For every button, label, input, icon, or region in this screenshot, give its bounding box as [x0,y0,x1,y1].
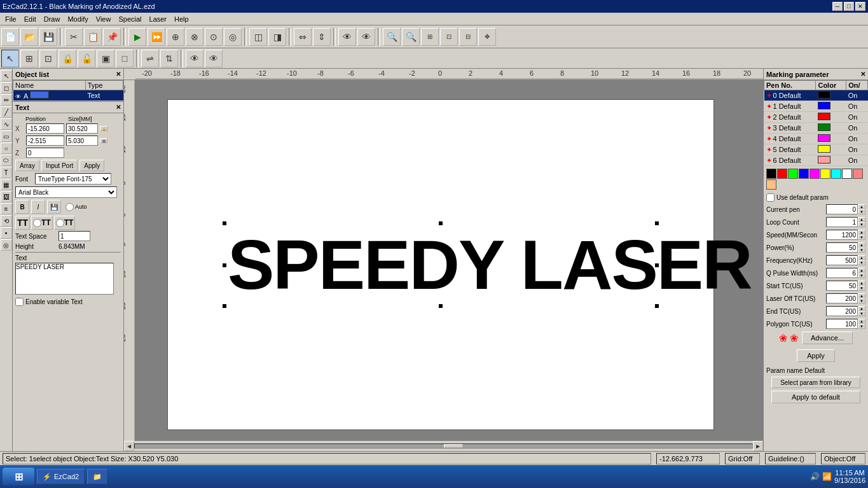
handle-bc[interactable] [438,303,443,309]
x-input[interactable] [26,123,64,134]
menu-laser[interactable]: Laser [146,14,171,24]
text-tool[interactable]: T [1,167,12,178]
text-space-input[interactable] [59,231,90,241]
group-tool[interactable]: ▣ [97,50,114,67]
handle-tr[interactable] [654,221,659,226]
palette-peach[interactable] [766,179,776,190]
pen-row-1[interactable]: ✦1 Default On [764,101,868,112]
save-button[interactable]: 💾 [39,28,57,46]
spiral-tool[interactable]: ⟲ [1,215,12,227]
power-down[interactable]: ▼ [858,247,865,253]
laseroff-down[interactable]: ▼ [858,298,865,303]
speed-down[interactable]: ▼ [858,235,865,240]
zoom-out-button[interactable]: 🔍 [383,28,401,46]
save-text-button[interactable]: 💾 [47,200,61,214]
bold-button[interactable]: B [15,200,29,214]
image-tool[interactable]: 🖼 [1,191,12,202]
paste-button[interactable]: 📌 [103,28,121,46]
arrow-tool[interactable]: ↖ [1,70,12,81]
zoom-in-button[interactable]: 🔍 [402,28,420,46]
mirror-v-tool[interactable]: ⇅ [160,50,178,67]
object-list-close[interactable]: ✕ [116,71,121,78]
scroll-right-button[interactable]: ▶ [753,441,763,451]
enable-variable-checkbox[interactable] [15,298,24,306]
menu-view[interactable]: View [92,14,115,24]
lock-icon[interactable]: 🔒 [100,126,107,131]
power-input[interactable] [826,242,858,253]
current-pen-down[interactable]: ▼ [858,209,865,214]
new-button[interactable]: 📄 [1,28,19,46]
node-tool[interactable]: ⊞ [20,50,38,67]
handle-br[interactable] [654,303,659,309]
y-input[interactable] [26,136,64,146]
menu-file[interactable]: File [1,14,20,24]
canvas-inner[interactable]: SPEEDY LASER [135,80,763,441]
start-button[interactable]: ⊞ [3,468,34,485]
endtc-up[interactable]: ▲ [858,306,865,311]
freq-up[interactable]: ▲ [858,255,865,260]
circle-tool[interactable]: ○ [1,143,12,154]
q-pulse-input[interactable] [826,268,858,278]
select-tool[interactable]: ↖ [1,50,19,67]
pen-tool[interactable]: ✏ [1,94,12,106]
circle2-tool[interactable]: ◎ [1,239,12,251]
lock2-icon[interactable]: ⊞ [100,138,107,143]
right-apply-button[interactable]: Apply [797,349,835,362]
menu-special[interactable]: Special [114,14,145,24]
scroll-thumb-h[interactable] [444,444,463,448]
endtc-down[interactable]: ▼ [858,311,865,316]
mirror-h-tool[interactable]: ⇌ [141,50,159,67]
advance-button[interactable]: Advance... [802,331,853,344]
italic-button[interactable]: I [31,200,45,214]
mark-run-button[interactable]: ▶ [128,28,146,46]
ellipse-tool[interactable]: ⬭ [1,155,12,166]
align-auto-radio[interactable] [65,203,74,211]
select-rect-tool[interactable]: ◻ [1,82,12,94]
frequency-input[interactable] [826,255,858,265]
mark-all-button[interactable]: ⊕ [167,28,184,46]
start-tc-input[interactable] [826,281,858,291]
barcode-tool[interactable]: ▦ [1,179,12,190]
pen-row-2[interactable]: ✦2 Default On [764,112,868,123]
text-object-container[interactable]: SPEEDY LASER [224,223,657,306]
transform-tool[interactable]: ⊡ [39,50,57,67]
use-default-checkbox[interactable] [766,193,775,202]
spacing-radio1[interactable] [33,219,41,227]
apply-default-button[interactable]: Apply to default [771,391,860,403]
line-tool[interactable]: ╱ [1,106,12,118]
eye3-tool[interactable]: 👁 [186,50,203,67]
loop-count-down[interactable]: ▼ [858,222,865,227]
palette-red[interactable] [777,169,787,179]
mark-sel-button[interactable]: ⊗ [186,28,203,46]
horizontal-scrollbar[interactable]: ◀ ▶ [124,441,763,451]
qpulse-up[interactable]: ▲ [858,268,865,273]
menu-help[interactable]: Help [170,14,193,24]
spacing-btn1[interactable]: TT [15,216,30,230]
dot-tool[interactable]: • [1,227,12,239]
scroll-track-h[interactable] [134,443,753,449]
flip-h-button[interactable]: ⇔ [294,28,312,46]
input-port-button[interactable]: Input Port [41,160,78,171]
spacing-btn3[interactable]: TT [54,216,76,230]
scroll-left-button[interactable]: ◀ [124,441,134,451]
polytc-up[interactable]: ▲ [858,319,865,324]
eye-button[interactable]: 👁 [338,28,356,46]
menu-modify[interactable]: Modify [64,14,92,24]
freq-down[interactable]: ▼ [858,260,865,265]
hatch-tool[interactable]: ≡ [1,203,12,214]
rect-tool[interactable]: ▭ [1,130,12,142]
spacing-btn2[interactable]: TT [31,216,53,230]
pen-row-4[interactable]: ✦4 Default On [764,134,868,144]
laseroff-up[interactable]: ▲ [858,293,865,298]
lock-tool[interactable]: 🔒 [59,50,76,67]
palette-blue[interactable] [799,169,809,179]
palette-yellow[interactable] [820,169,830,179]
taskbar-explorer[interactable]: 📁 [87,469,107,484]
palette-white[interactable] [842,169,852,179]
speed-input[interactable] [826,230,858,240]
font-face-select[interactable]: Arial Black [15,186,117,198]
cut-button[interactable]: ✂ [65,28,83,46]
flip-v-button[interactable]: ⇕ [313,28,331,46]
handle-tc[interactable] [438,221,443,226]
pen-row-3[interactable]: ✦3 Default On [764,123,868,134]
